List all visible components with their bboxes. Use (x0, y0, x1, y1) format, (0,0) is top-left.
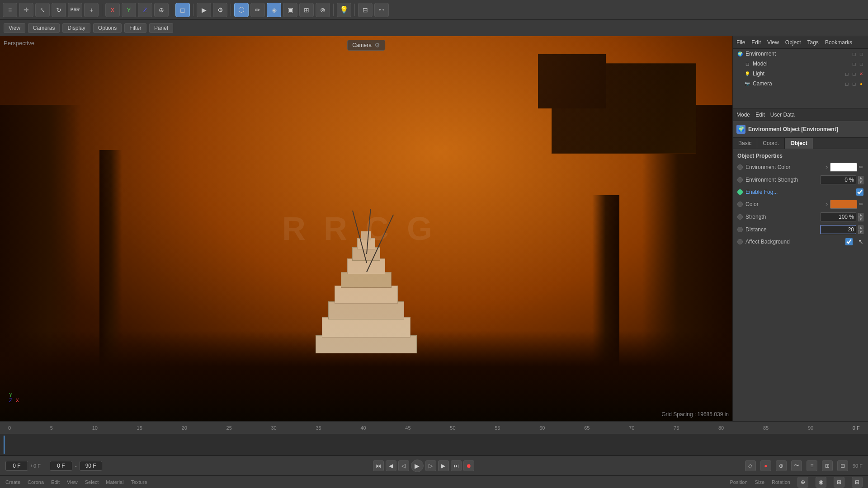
scale-tool-btn[interactable]: ⤡ (35, 3, 50, 17)
record-btn[interactable]: ⏺ (463, 460, 474, 471)
settings-gear-btn[interactable]: ⚙ (213, 3, 227, 17)
hier-view[interactable]: View (767, 39, 779, 46)
fog-distance-down[interactable]: ▼ (858, 230, 863, 234)
world-btn[interactable]: ⊕ (154, 3, 169, 17)
camera-active-btn[interactable]: ● (858, 80, 864, 87)
rotate-tool-btn[interactable]: ↻ (52, 3, 66, 17)
env-color-pencil[interactable]: ✏ (859, 164, 863, 170)
env-strength-down[interactable]: ▼ (858, 180, 863, 184)
curve-btn[interactable]: 〜 (791, 460, 802, 471)
fog-color-pencil[interactable]: ✏ (859, 201, 863, 207)
hier-file[interactable]: File (736, 39, 745, 46)
enable-fog-dot[interactable] (737, 189, 743, 195)
prev-frame-btn[interactable]: ◀ (386, 460, 396, 471)
env-lock-btn[interactable]: ◻ (858, 51, 864, 57)
status-icon-2[interactable]: ◉ (816, 477, 826, 488)
cameras-menu[interactable]: Cameras (28, 23, 60, 33)
fog-distance-input[interactable] (820, 225, 856, 234)
viewport[interactable]: RRCG Perspective Camera ⚙ Grid Spacing :… (0, 36, 732, 421)
env-vis-btn[interactable]: ◻ (851, 51, 857, 57)
hierarchy-item-light[interactable]: 💡 Light ◻ ◻ ✕ (733, 69, 868, 79)
status-corona[interactable]: Corona (28, 479, 44, 485)
env-color-chevron[interactable]: > (826, 165, 828, 170)
status-icon-1[interactable]: ⊕ (797, 477, 808, 488)
status-select[interactable]: Select (85, 479, 99, 485)
next-frame-btn[interactable]: ▶ (438, 460, 449, 471)
snap-timeline-btn[interactable]: ⊞ (822, 460, 833, 471)
z-axis-btn[interactable]: Z (138, 3, 152, 17)
status-material[interactable]: Material (106, 479, 123, 485)
light-vis-btn[interactable]: ◻ (844, 70, 850, 77)
env-strength-input[interactable] (820, 175, 856, 184)
status-view[interactable]: View (67, 479, 78, 485)
snap-btn[interactable]: ⊗ (316, 3, 330, 17)
options-menu[interactable]: Options (93, 23, 122, 33)
status-edit[interactable]: Edit (51, 479, 60, 485)
sculpt-btn[interactable]: ◈ (267, 3, 281, 17)
filter-menu[interactable]: Filter (124, 23, 146, 33)
layout-btn[interactable]: ⊟ (837, 460, 848, 471)
camera-vis-btn[interactable]: ◻ (844, 80, 850, 87)
fog-distance-up[interactable]: ▲ (858, 225, 863, 230)
props-userdata-menu[interactable]: User Data (770, 112, 795, 118)
light-lock-btn[interactable]: ◻ (851, 70, 857, 77)
step-fwd-btn[interactable]: ▷ (425, 460, 436, 471)
enable-fog-checkbox[interactable] (856, 188, 863, 196)
fog-color-dot[interactable] (737, 202, 743, 207)
tab-object[interactable]: Object (785, 138, 813, 149)
status-icon-3[interactable]: ⊞ (834, 477, 844, 488)
light-x-btn[interactable]: ✕ (858, 70, 864, 77)
manip-btn[interactable]: ⊞ (299, 3, 314, 17)
props-mode-menu[interactable]: Mode (736, 112, 750, 118)
auto-key-btn[interactable]: ● (760, 460, 771, 471)
env-strength-dot[interactable] (737, 177, 743, 183)
model-lock-btn[interactable]: ◻ (858, 61, 864, 67)
start-frame-input[interactable] (50, 461, 72, 471)
x-axis-btn[interactable]: X (105, 3, 120, 17)
affect-bg-checkbox[interactable] (845, 238, 853, 245)
env-color-dot[interactable] (737, 164, 743, 170)
paint-btn[interactable]: ✏ (250, 3, 265, 17)
fog-strength-up[interactable]: ▲ (858, 213, 863, 217)
add-tool-btn[interactable]: + (84, 3, 99, 17)
grid-btn[interactable]: ⊟ (358, 3, 373, 17)
props-edit-menu[interactable]: Edit (755, 112, 765, 118)
tab-basic[interactable]: Basic (733, 138, 757, 149)
fog-color-chevron[interactable]: > (826, 202, 828, 207)
affect-bg-dot[interactable] (737, 239, 743, 244)
y-axis-btn[interactable]: Y (122, 3, 136, 17)
hier-edit[interactable]: Edit (751, 39, 761, 46)
fog-strength-down[interactable]: ▼ (858, 217, 863, 221)
status-icon-4[interactable]: ⊟ (852, 477, 863, 488)
hierarchy-item-model[interactable]: ◻ Model ◻ ◻ (733, 59, 868, 69)
env-color-swatch[interactable] (830, 163, 857, 172)
fog-strength-input[interactable] (820, 212, 856, 221)
camera-lock-btn[interactable]: ◻ (851, 80, 857, 87)
timeline-track[interactable] (0, 434, 868, 455)
object-mode-btn[interactable]: ◻ (175, 3, 190, 17)
perspective-btn[interactable]: ⬡ (234, 3, 249, 17)
fog-distance-dot[interactable] (737, 227, 743, 232)
go-end-btn[interactable]: ⏭ (451, 460, 462, 471)
display-menu[interactable]: Display (62, 23, 90, 33)
hier-bookmarks[interactable]: Bookmarks (825, 39, 852, 46)
keyframe-btn[interactable]: ◇ (745, 460, 756, 471)
status-texture[interactable]: Texture (131, 479, 147, 485)
hier-object[interactable]: Object (785, 39, 801, 46)
hierarchy-item-environment[interactable]: 🌍 Environment ◻ ◻ (733, 49, 868, 59)
fog-strength-dot[interactable] (737, 214, 743, 220)
tab-coord[interactable]: Coord. (757, 138, 785, 149)
timeline-view-btn[interactable]: ≡ (807, 460, 817, 471)
scene-light-btn[interactable]: 💡 (337, 3, 351, 17)
panel-menu[interactable]: Panel (149, 23, 173, 33)
play-pause-btn[interactable]: ▶ (411, 460, 424, 472)
dots-btn[interactable]: ⚬⚬ (374, 3, 389, 17)
hier-tags[interactable]: Tags (807, 39, 819, 46)
current-frame-input[interactable] (5, 461, 28, 471)
end-frame-input[interactable] (80, 461, 102, 471)
motion-btn[interactable]: ⊕ (776, 460, 787, 471)
play-btn[interactable]: ▶ (197, 3, 211, 17)
cube-btn[interactable]: ▣ (283, 3, 297, 17)
hierarchy-item-camera[interactable]: 📷 Camera ◻ ◻ ● (733, 79, 868, 89)
fog-color-swatch[interactable] (830, 200, 857, 209)
